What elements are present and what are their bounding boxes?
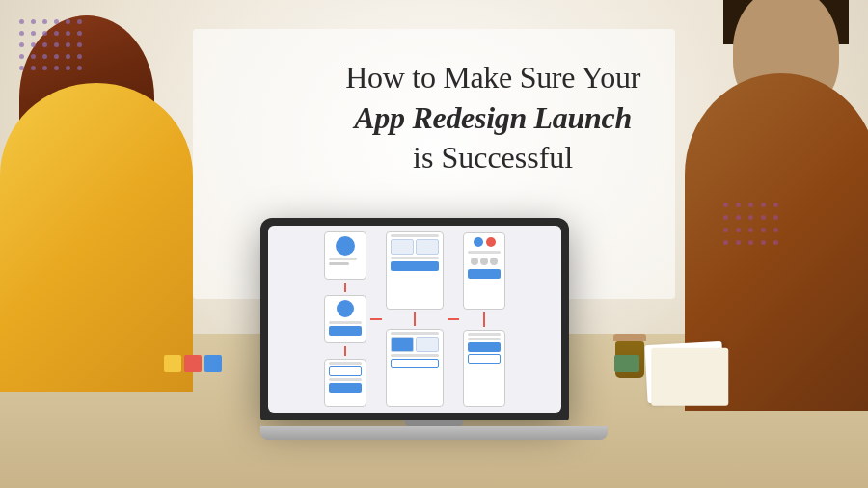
laptop-base <box>260 426 608 440</box>
sticky-notes-area <box>164 355 222 372</box>
person-left-body <box>0 83 193 392</box>
wireframe-phone-wide-1 <box>386 231 444 310</box>
headline-line2: App Redesign Launch <box>345 98 640 139</box>
sticky-blue <box>204 355 222 372</box>
wireframe-phone-2 <box>324 295 366 343</box>
laptop-screen-outer <box>260 218 569 420</box>
wireframe-phone-3 <box>324 359 366 407</box>
laptop-screen-inner <box>268 226 561 413</box>
connector-h-1 <box>370 318 382 320</box>
wireframe-col-1 <box>324 231 366 407</box>
wireframe-phone-small-2 <box>463 330 505 407</box>
headline-block: How to Make Sure Your App Redesign Launc… <box>345 58 640 178</box>
wireframe-col-3 <box>463 231 505 407</box>
desk-papers <box>644 341 724 403</box>
cup-sleeve <box>614 355 639 372</box>
sticky-yellow <box>164 355 181 372</box>
laptop <box>260 218 608 440</box>
sticky-red <box>184 355 202 372</box>
wireframe-col-2 <box>386 231 444 407</box>
dots-decoration-right <box>723 203 781 248</box>
headline-line1: How to Make Sure Your <box>345 58 640 98</box>
wireframe-phone-small-1 <box>463 232 505 310</box>
wireframe-phone-wide-2 <box>386 329 444 407</box>
headline-line3: is Successful <box>345 138 640 178</box>
main-scene: How to Make Sure Your App Redesign Launc… <box>0 0 868 488</box>
dots-decoration-top-left <box>19 19 85 73</box>
wireframe-phone-1 <box>324 231 366 280</box>
cup-lid <box>613 334 646 341</box>
connector-h-2 <box>448 318 459 320</box>
cup-body <box>615 341 644 378</box>
coffee-cup <box>612 334 646 382</box>
